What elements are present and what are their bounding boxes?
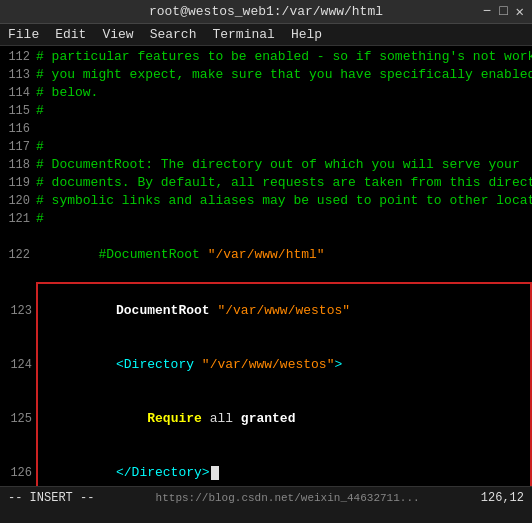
- line-120: 120 # symbolic links and aliases may be …: [0, 192, 532, 210]
- line-126: 126 </Directory>: [2, 446, 530, 486]
- menu-view[interactable]: View: [102, 27, 133, 42]
- menu-file[interactable]: File: [8, 27, 39, 42]
- line-124: 124 <Directory "/var/www/westos">: [2, 338, 530, 392]
- window-controls: − □ ✕: [483, 3, 524, 20]
- minimize-button[interactable]: −: [483, 3, 491, 20]
- close-button[interactable]: ✕: [516, 3, 524, 20]
- maximize-button[interactable]: □: [499, 3, 507, 20]
- vim-mode: -- INSERT --: [8, 491, 94, 505]
- title-bar: root@westos_web1:/var/www/html − □ ✕: [0, 0, 532, 24]
- line-122: 122 #DocumentRoot "/var/www/html": [0, 228, 532, 282]
- terminal-window: root@westos_web1:/var/www/html − □ ✕ Fil…: [0, 0, 532, 508]
- menu-edit[interactable]: Edit: [55, 27, 86, 42]
- title-text: root@westos_web1:/var/www/html: [149, 4, 383, 19]
- line-125: 125 Require all granted: [2, 392, 530, 446]
- line-115: 115 #: [0, 102, 532, 120]
- line-116: 116: [0, 120, 532, 138]
- cursor-position: 126,12: [481, 491, 524, 505]
- menu-bar: File Edit View Search Terminal Help: [0, 24, 532, 46]
- line-118: 118 # DocumentRoot: The directory out of…: [0, 156, 532, 174]
- url-hint: https://blog.csdn.net/weixin_44632711...: [156, 492, 420, 504]
- line-123: 123 DocumentRoot "/var/www/westos": [2, 284, 530, 338]
- line-112: 112 # particular features to be enabled …: [0, 48, 532, 66]
- line-121: 121 #: [0, 210, 532, 228]
- highlighted-block: 123 DocumentRoot "/var/www/westos" 124 <…: [36, 282, 532, 486]
- menu-help[interactable]: Help: [291, 27, 322, 42]
- line-117: 117 #: [0, 138, 532, 156]
- line-119: 119 # documents. By default, all request…: [0, 174, 532, 192]
- line-114: 114 # below.: [0, 84, 532, 102]
- menu-search[interactable]: Search: [150, 27, 197, 42]
- editor-area: 112 # particular features to be enabled …: [0, 46, 532, 486]
- menu-terminal[interactable]: Terminal: [212, 27, 274, 42]
- line-113: 113 # you might expect, make sure that y…: [0, 66, 532, 84]
- status-bar: -- INSERT -- https://blog.csdn.net/weixi…: [0, 486, 532, 508]
